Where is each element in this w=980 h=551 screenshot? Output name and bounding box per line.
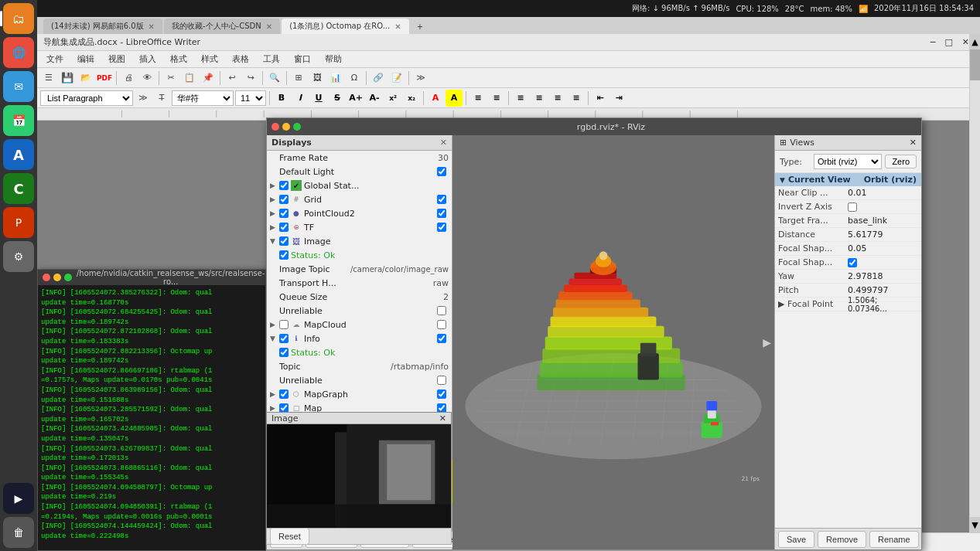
style-select[interactable]: List Paragraph (40, 90, 133, 106)
tb-table[interactable]: ⊞ (290, 70, 307, 87)
display-info-unreliable[interactable]: Unreliable (267, 373, 452, 387)
fmt-indent-more[interactable]: ⇥ (610, 90, 627, 107)
display-info-group[interactable]: ▼ ℹ Info (267, 332, 452, 345)
terminal-body[interactable]: [INFO] [1605524072.385276322]: Odom: qua… (38, 285, 265, 550)
vp-targetframe[interactable]: Target Fra... base_link (775, 214, 921, 228)
display-queuesize[interactable]: Queue Size 2 (267, 290, 452, 304)
dock-icon-impress[interactable]: P (3, 207, 34, 238)
imagestatus-check[interactable] (279, 250, 289, 260)
dock-icon-text[interactable]: A (3, 139, 34, 170)
dock-icon-trash[interactable]: 🗑 (3, 517, 34, 548)
display-mapcloud[interactable]: ▶ ☁ MapCloud (267, 318, 452, 332)
display-tf[interactable]: ▶ ⊕ TF (267, 220, 452, 234)
info-unreliable-checkbox[interactable] (437, 376, 446, 385)
display-image-topic[interactable]: Image Topic /camera/color/image_raw (267, 262, 452, 276)
fmt-bold[interactable]: B (273, 90, 290, 107)
views-rename-btn[interactable]: Rename (869, 531, 919, 548)
info-checkbox[interactable] (279, 334, 289, 343)
lo-minimize[interactable]: ─ (926, 37, 941, 47)
fmt-underline[interactable]: U (310, 90, 327, 107)
views-reset-btn[interactable]: Zero (885, 155, 917, 168)
display-framerate[interactable]: Frame Rate 30 (267, 151, 452, 165)
info-enabled[interactable] (437, 334, 446, 343)
views-collapse[interactable]: ✕ (910, 138, 917, 148)
lo-maximize[interactable]: □ (940, 37, 957, 47)
fmt-align-right[interactable]: ≡ (549, 90, 566, 107)
tb-clear-fmt[interactable]: T̶ (153, 90, 170, 107)
tab-new[interactable]: + (411, 19, 429, 34)
menu-tools[interactable]: 工具 (257, 52, 286, 66)
menu-insert[interactable]: 插入 (133, 52, 162, 66)
mapgraph-enabled[interactable] (437, 389, 446, 399)
terminal-maximize-btn[interactable] (64, 274, 72, 281)
rviz-minimize-btn[interactable] (282, 123, 290, 131)
tb-special[interactable]: Ω (346, 70, 363, 87)
font-select[interactable]: 华#符 (172, 90, 234, 106)
tb-image[interactable]: 🖼 (309, 70, 326, 87)
fmt-highlight[interactable]: A (446, 90, 463, 107)
pc2-checkbox[interactable] (279, 209, 289, 218)
views-current-view[interactable]: ▼ Current View Orbit (rviz) (775, 173, 921, 186)
globalstatus-checkbox[interactable] (279, 181, 289, 190)
display-mapgraph[interactable]: ▶ ⬡ MapGraph (267, 387, 452, 401)
fmt-font-color[interactable]: A (427, 90, 444, 107)
defaultlight-checkbox[interactable] (437, 167, 446, 176)
dock-icon-email[interactable]: ✉ (3, 71, 34, 102)
tab-octomap[interactable]: (1条消息) Octomap 在RO... ✕ (282, 19, 409, 34)
tb-save[interactable]: 💾 (59, 70, 76, 87)
vp-focalshape1[interactable]: Focal Shap... 0.05 (775, 242, 921, 256)
display-transport[interactable]: Transport H... raw (267, 276, 452, 290)
grid-checkbox[interactable] (279, 195, 289, 204)
fmt-align-justify[interactable]: ≡ (568, 90, 585, 107)
mapcloud-enabled[interactable] (437, 320, 446, 329)
tab-octomap-close[interactable]: ✕ (394, 22, 401, 31)
display-info-topic[interactable]: Topic /rtabmap/info (267, 359, 452, 373)
vp-focalshape2[interactable]: Focal Shap... (775, 256, 921, 270)
lo-vscroll[interactable]: ▲ ▼ (969, 34, 980, 532)
dock-icon-settings[interactable]: ⚙ (3, 241, 34, 272)
display-pointcloud2[interactable]: ▶ ● PointCloud2 (267, 206, 452, 220)
dock-icon-calendar[interactable]: 📅 (3, 105, 34, 136)
vp-nearclip[interactable]: Near Clip ... 0.01 (775, 186, 921, 200)
rviz-close-btn[interactable] (271, 123, 279, 131)
menu-edit[interactable]: 编辑 (71, 52, 101, 66)
views-save-btn[interactable]: Save (778, 531, 814, 548)
display-globalstatus[interactable]: ▶ ✔ Global Stat... (267, 179, 452, 192)
fmt-list-num[interactable]: ≡ (488, 90, 505, 107)
focalshape-checkbox[interactable] (848, 258, 857, 267)
unreliable-checkbox[interactable] (437, 306, 446, 315)
menu-table[interactable]: 表格 (226, 52, 255, 66)
tb-undo[interactable]: ↩ (224, 70, 241, 87)
vp-distance[interactable]: Distance 5.61779 (775, 228, 921, 242)
tab-email-close[interactable]: ✕ (149, 22, 155, 31)
pc2-enabled[interactable] (437, 209, 446, 218)
tb-more[interactable]: ≫ (412, 70, 429, 87)
menu-format[interactable]: 格式 (164, 52, 193, 66)
fmt-sup[interactable]: x² (384, 90, 401, 107)
fmt-sub[interactable]: x₂ (403, 90, 420, 107)
tb-cut[interactable]: ✂ (162, 70, 179, 87)
tb-new[interactable]: ☰ (40, 70, 57, 87)
fmt-strike[interactable]: S (329, 90, 346, 107)
views-type-select[interactable]: Orbit (rviz) (814, 154, 882, 169)
reset-button[interactable]: Reset (270, 528, 309, 545)
terminal-close-btn[interactable] (43, 274, 50, 281)
fmt-list-bullet[interactable]: ≡ (470, 90, 487, 107)
fmt-smaller[interactable]: A- (366, 90, 383, 107)
menu-styles[interactable]: 样式 (195, 52, 224, 66)
tf-enabled[interactable] (437, 223, 446, 232)
menu-help[interactable]: 帮助 (319, 52, 348, 66)
size-select[interactable]: 11 (235, 90, 266, 106)
image-checkbox[interactable] (279, 236, 289, 246)
display-image-group[interactable]: ▼ 🖼 Image (267, 234, 452, 248)
infostatus-check[interactable] (279, 348, 289, 357)
tb-style-more[interactable]: ≫ (135, 90, 152, 107)
terminal-minimize-btn[interactable] (53, 274, 61, 281)
mapgraph-checkbox[interactable] (279, 389, 289, 399)
tb-hyperlink[interactable]: 🔗 (370, 70, 387, 87)
display-grid[interactable]: ▶ # Grid (267, 192, 452, 206)
grid-enabled[interactable] (437, 195, 446, 204)
dock-icon-calc[interactable]: C (3, 173, 34, 204)
menu-window[interactable]: 窗口 (288, 52, 317, 66)
invertz-checkbox[interactable] (848, 202, 857, 212)
